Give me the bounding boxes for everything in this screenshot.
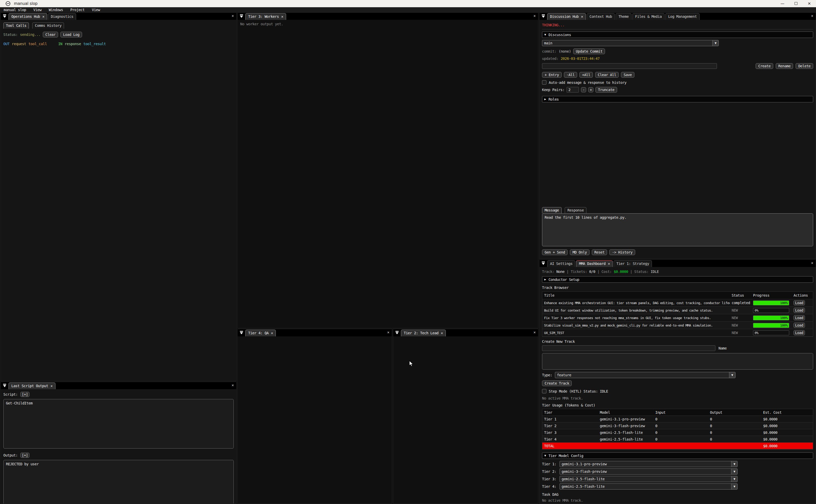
expand-all-button[interactable]: +All: [579, 72, 593, 78]
roles-section-header[interactable]: ▶ Roles: [542, 96, 813, 102]
tier4-model-select[interactable]: gemini-2.5-flash-lite▼: [560, 483, 738, 490]
table-row[interactable]: Enhance existing MMA orchestration GUI: …: [542, 299, 813, 307]
table-row[interactable]: Stabilize visual_sim_mma_v2.py and mock_…: [542, 322, 813, 329]
delete-discussion-button[interactable]: Delete: [796, 63, 813, 69]
load-button[interactable]: Load: [794, 308, 805, 313]
tab-operations-hub[interactable]: Operations Hub✕: [9, 13, 47, 20]
panel-close-icon[interactable]: ✕: [811, 14, 813, 18]
load-button[interactable]: Load: [794, 323, 805, 328]
tab-message[interactable]: Message: [542, 207, 562, 213]
tier3-model-select[interactable]: gemini-2.5-flash-lite▼: [560, 476, 738, 482]
load-log-button[interactable]: Load Log: [60, 32, 82, 37]
add-entry-button[interactable]: + Entry: [542, 72, 562, 78]
tab-mma-dashboard[interactable]: MMA Dashboard✕: [576, 260, 613, 267]
gen-send-button[interactable]: Gen + Send: [542, 249, 568, 255]
close-tab-icon[interactable]: ✕: [608, 262, 610, 266]
tier1-model-select[interactable]: gemini-3.1-pro-preview▼: [560, 461, 738, 467]
tab-list-icon[interactable]: [395, 330, 400, 336]
track-name-input[interactable]: [542, 345, 715, 351]
discussion-select[interactable]: main ▼: [542, 40, 719, 46]
load-button[interactable]: Load: [794, 315, 805, 320]
rename-discussion-button[interactable]: Rename: [776, 63, 793, 69]
to-history-button[interactable]: -> History: [609, 249, 635, 255]
table-row[interactable]: UX_SIM_TEST NEW 0% Load: [542, 329, 813, 337]
tab-tier4-qa[interactable]: Tier 4: QA✕: [245, 330, 276, 336]
minimize-icon[interactable]: —: [776, 1, 789, 6]
truncate-button[interactable]: Truncate: [595, 87, 617, 93]
discussions-section-header[interactable]: ▼ Discussions: [542, 31, 813, 38]
conductor-setup-header[interactable]: ▶ Conductor Setup: [542, 276, 813, 283]
clear-all-button[interactable]: Clear All: [595, 72, 619, 78]
tier-model-config-header[interactable]: ▼ Tier Model Config: [542, 452, 813, 459]
maximize-icon[interactable]: [789, 1, 803, 6]
table-row[interactable]: Fix Tier 3 worker responses not reaching…: [542, 314, 813, 322]
menu-item-project[interactable]: Project: [70, 8, 85, 12]
tab-list-icon[interactable]: [239, 330, 244, 336]
track-type-select[interactable]: feature ▼: [555, 372, 736, 378]
panel-close-icon[interactable]: ✕: [232, 383, 234, 387]
create-track-button[interactable]: Create Track: [542, 380, 572, 386]
tab-tier2-techlead[interactable]: Tier 2: Tech Lead✕: [401, 330, 446, 336]
script-textarea[interactable]: Get-ChildItem: [3, 399, 234, 449]
tab-log-management[interactable]: Log Management: [665, 13, 700, 20]
panel-close-icon[interactable]: ✕: [232, 14, 234, 18]
legend-response: response: [65, 42, 81, 46]
subtab-comms-history[interactable]: Comms History: [32, 22, 64, 29]
panel-close-icon[interactable]: ✕: [811, 261, 813, 265]
output-expand-button[interactable]: [+]: [20, 453, 30, 458]
track-description-textarea[interactable]: [542, 353, 813, 370]
menu-item-manual-slop[interactable]: manual slop: [4, 8, 26, 12]
subtab-tool-calls[interactable]: Tool Calls: [3, 22, 29, 29]
increment-button[interactable]: +: [588, 87, 593, 92]
tab-list-icon[interactable]: [541, 13, 546, 19]
tab-list-icon[interactable]: [541, 261, 546, 266]
tab-last-script-output[interactable]: Last Script Output✕: [9, 383, 55, 389]
table-row[interactable]: Build UI for context window utilization,…: [542, 307, 813, 314]
menu-item-view[interactable]: View: [33, 8, 42, 12]
output-textarea[interactable]: REJECTED by user: [3, 460, 234, 503]
close-tab-icon[interactable]: ✕: [441, 331, 443, 335]
autoadd-checkbox[interactable]: [542, 80, 546, 85]
panel-close-icon[interactable]: ✕: [387, 330, 389, 334]
tab-ai-settings[interactable]: AI Settings: [547, 260, 575, 267]
tab-list-icon[interactable]: [239, 13, 244, 19]
tab-files-media[interactable]: Files & Media: [632, 13, 665, 20]
collapse-all-button[interactable]: -All: [564, 72, 577, 78]
save-button[interactable]: Save: [621, 72, 634, 78]
tab-tier3-workers[interactable]: Tier 3: Workers✕: [245, 13, 286, 20]
tab-tier1-strategy[interactable]: Tier 1: Strategy: [613, 260, 652, 267]
panel-close-icon[interactable]: ✕: [534, 14, 536, 18]
tab-theme[interactable]: Theme: [616, 13, 632, 20]
close-tab-icon[interactable]: ✕: [581, 14, 583, 19]
close-tab-icon[interactable]: ✕: [42, 14, 44, 19]
clear-button[interactable]: Clear: [43, 32, 58, 37]
close-tab-icon[interactable]: ✕: [281, 14, 283, 19]
menu-item-windows[interactable]: Windows: [49, 8, 63, 12]
panel-close-icon[interactable]: ✕: [534, 330, 536, 334]
close-tab-icon[interactable]: ✕: [51, 384, 53, 388]
create-discussion-button[interactable]: Create: [756, 63, 773, 69]
md-only-button[interactable]: MD Only: [570, 249, 589, 255]
load-button[interactable]: Load: [794, 330, 805, 335]
step-mode-checkbox[interactable]: [542, 389, 546, 393]
update-commit-button[interactable]: Update Commit: [573, 48, 605, 54]
close-tab-icon[interactable]: ✕: [271, 331, 273, 335]
script-expand-button[interactable]: [+]: [20, 392, 30, 397]
tab-response[interactable]: Response: [565, 207, 586, 213]
message-textarea[interactable]: Read the first 10 lines of aggregate.py.: [542, 213, 813, 246]
tab-discussion-hub[interactable]: Discussion Hub✕: [547, 13, 586, 20]
menu-item-view-2[interactable]: View: [92, 8, 100, 12]
tier2-model-select[interactable]: gemini-3-flash-preview▼: [560, 468, 738, 475]
tab-diagnostics[interactable]: Diagnostics: [48, 13, 76, 20]
tickets-value: 0/0: [589, 270, 595, 274]
tab-list-icon[interactable]: [2, 13, 7, 19]
close-icon[interactable]: ✕: [803, 1, 816, 6]
tab-list-icon[interactable]: [2, 383, 7, 388]
keep-pairs-input[interactable]: [567, 87, 579, 93]
load-button[interactable]: Load: [794, 300, 805, 305]
table-row: Tier 2 gemini-3-flash-preview 0 0 $0.000…: [542, 422, 813, 429]
tab-context-hub[interactable]: Context Hub: [587, 13, 615, 20]
reset-button[interactable]: Reset: [592, 249, 607, 255]
discussion-name-input[interactable]: [542, 63, 717, 69]
decrement-button[interactable]: -: [581, 87, 586, 92]
